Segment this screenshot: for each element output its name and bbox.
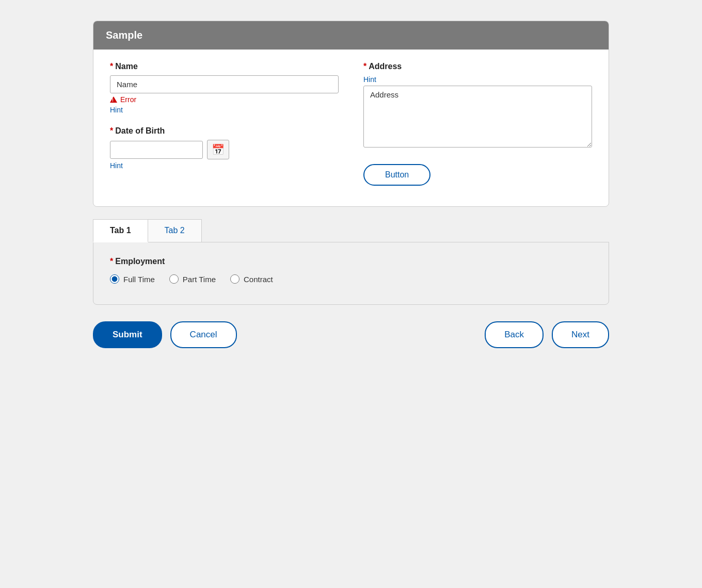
sample-card-header: Sample xyxy=(93,21,609,50)
radio-part-time-input[interactable] xyxy=(169,274,179,284)
tabs-section: Tab 1 Tab 2 * Employment Full Time Part … xyxy=(93,219,609,305)
bottom-right-actions: Back Next xyxy=(485,321,609,348)
tab-1[interactable]: Tab 1 xyxy=(93,219,148,242)
address-label: * Address xyxy=(363,62,592,71)
bottom-action-bar: Submit Cancel Back Next xyxy=(93,317,609,352)
employment-label: * Employment xyxy=(110,257,592,266)
dob-input-wrapper: 📅 xyxy=(110,140,339,159)
radio-part-time[interactable]: Part Time xyxy=(169,274,216,284)
tab-content: * Employment Full Time Part Time Contrac… xyxy=(93,242,609,305)
next-button[interactable]: Next xyxy=(552,321,609,348)
sample-card-title: Sample xyxy=(106,29,596,41)
tabs-header: Tab 1 Tab 2 xyxy=(93,219,609,242)
name-error: Error xyxy=(110,95,339,104)
cancel-button[interactable]: Cancel xyxy=(170,321,237,348)
name-field-group: * Name Error Hint xyxy=(110,62,339,114)
radio-contract-input[interactable] xyxy=(230,274,240,284)
radio-full-time-input[interactable] xyxy=(110,274,119,284)
bottom-left-actions: Submit Cancel xyxy=(93,321,237,348)
name-label: * Name xyxy=(110,62,339,71)
dob-required-star: * xyxy=(110,126,113,136)
page-container: Sample * Name Error Hint xyxy=(93,21,609,352)
calendar-button[interactable]: 📅 xyxy=(207,140,229,159)
action-button[interactable]: Button xyxy=(363,164,430,186)
sample-card: Sample * Name Error Hint xyxy=(93,21,609,207)
error-triangle-icon xyxy=(110,96,117,103)
dob-field-group: * Date of Birth 📅 Hint xyxy=(110,126,339,170)
calendar-icon: 📅 xyxy=(212,143,225,156)
radio-contract[interactable]: Contract xyxy=(230,274,273,284)
address-field-group: * Address Hint Address xyxy=(363,62,592,148)
employment-required-star: * xyxy=(110,257,113,266)
dob-label: * Date of Birth xyxy=(110,126,339,136)
back-button[interactable]: Back xyxy=(485,321,544,348)
name-hint[interactable]: Hint xyxy=(110,106,339,114)
address-textarea[interactable]: Address xyxy=(363,86,592,148)
submit-button[interactable]: Submit xyxy=(93,321,162,348)
dob-hint[interactable]: Hint xyxy=(110,161,339,170)
radio-full-time[interactable]: Full Time xyxy=(110,274,155,284)
sample-card-body: * Name Error Hint * Date of Birth xyxy=(93,50,609,206)
left-column: * Name Error Hint * Date of Birth xyxy=(110,62,339,190)
dob-input[interactable] xyxy=(110,141,203,159)
employment-radio-group: Full Time Part Time Contract xyxy=(110,274,592,284)
tab-2[interactable]: Tab 2 xyxy=(148,219,202,242)
right-column: * Address Hint Address Button xyxy=(363,62,592,190)
name-required-star: * xyxy=(110,62,113,71)
name-input[interactable] xyxy=(110,75,339,93)
button-container: Button xyxy=(363,152,592,190)
address-hint[interactable]: Hint xyxy=(363,75,592,84)
address-required-star: * xyxy=(363,62,366,71)
